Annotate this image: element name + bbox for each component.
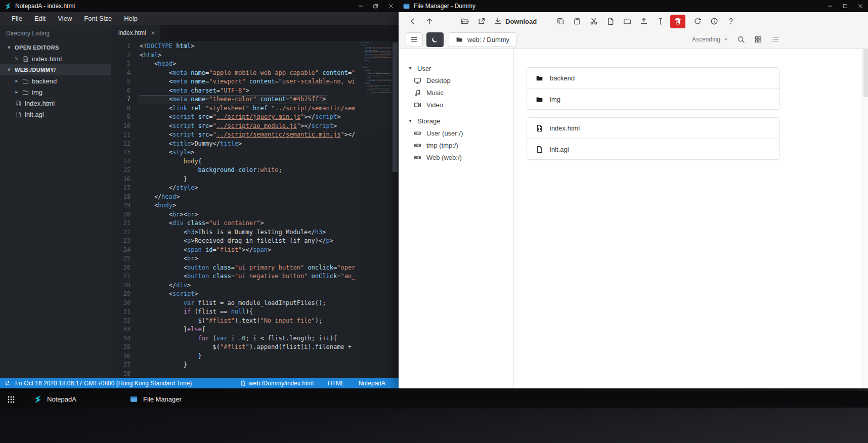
up-button[interactable] xyxy=(422,14,437,28)
code-line[interactable]: <span id="flist"></span> xyxy=(140,246,360,255)
code-line[interactable]: }else{ xyxy=(140,325,360,334)
maximize-button[interactable] xyxy=(838,0,853,12)
code-line[interactable]: <link rel="stylesheet" href="../script/s… xyxy=(140,104,360,113)
code-line[interactable]: background-color:white; xyxy=(140,166,360,175)
sidebar-item-user-user-[interactable]: User (user:/) xyxy=(399,127,513,139)
code-content[interactable]: <!DOCTYPE html><html> <head> <meta name=… xyxy=(140,42,360,378)
notepada-titlebar[interactable]: NotepadA - index.html xyxy=(0,0,399,12)
code-line[interactable]: <h3>This is a Dummy Testing Module</h3> xyxy=(140,228,360,237)
code-line[interactable]: <!DOCTYPE html> xyxy=(140,42,360,51)
refresh-button[interactable] xyxy=(690,14,705,28)
code-line[interactable]: body{ xyxy=(140,157,360,166)
code-line[interactable]: <button class="ui negative button" onCli… xyxy=(140,272,360,281)
download-button[interactable]: Download xyxy=(491,14,539,28)
sidebar-item-video[interactable]: Video xyxy=(399,99,513,111)
cut-button[interactable] xyxy=(587,14,601,28)
file-row-backend[interactable]: backend xyxy=(527,68,779,88)
sidebar-item-web-web-[interactable]: Web (web:/) xyxy=(399,151,513,163)
code-line[interactable]: <style> xyxy=(140,148,360,157)
code-line[interactable]: <button class="ui primary button" onclic… xyxy=(140,263,360,273)
tree-item-img[interactable]: ▸img xyxy=(0,86,111,98)
code-line[interactable]: </head> xyxy=(140,193,360,202)
code-line[interactable]: <meta name="theme-color" content="#4b75f… xyxy=(140,95,327,104)
code-line[interactable]: var flist = ao_module_loadInputFiles(); xyxy=(140,299,360,308)
close-editor-icon[interactable] xyxy=(14,56,19,61)
sidebar-section-user[interactable]: ▾User xyxy=(399,62,513,74)
menu-help[interactable]: Help xyxy=(118,13,143,24)
taskbar-item-file-manager[interactable]: File Manager xyxy=(123,391,214,408)
code-line[interactable]: <head> xyxy=(140,60,360,69)
code-line[interactable]: <p>Received drag-in filelist (if any)</p… xyxy=(140,237,360,246)
help-button[interactable] xyxy=(724,14,738,28)
minimize-button[interactable] xyxy=(353,0,368,12)
close-button[interactable] xyxy=(383,0,399,12)
open-button[interactable] xyxy=(458,14,472,28)
scrollbar-thumb[interactable] xyxy=(863,49,868,97)
code-line[interactable]: <script src="../script/jquery.min.js"></… xyxy=(140,113,360,122)
code-line[interactable]: <meta name="viewport" content="user-scal… xyxy=(140,77,360,86)
code-line[interactable]: <body> xyxy=(140,201,360,210)
statusbar-language[interactable]: HTML xyxy=(328,380,344,387)
sync-icon[interactable] xyxy=(4,380,11,386)
menu-edit[interactable]: Edit xyxy=(29,13,51,24)
sidebar-section-storage[interactable]: ▾Storage xyxy=(399,115,513,127)
tree-item-backend[interactable]: ▸backend xyxy=(0,75,111,86)
code-line[interactable]: </div> xyxy=(140,281,360,290)
close-button[interactable] xyxy=(853,0,868,12)
code-line[interactable]: <meta name="apple-mobile-web-app-capable… xyxy=(140,69,360,78)
code-line[interactable]: } xyxy=(140,352,360,361)
new-file-button[interactable] xyxy=(603,14,618,28)
breadcrumb[interactable]: web: / Dummy xyxy=(449,32,516,47)
rename-button[interactable] xyxy=(654,14,668,28)
sidebar-item-desktop[interactable]: Desktop xyxy=(399,74,513,86)
sort-dropdown[interactable]: Ascending xyxy=(692,36,728,43)
code-line[interactable]: $("#flist").append(flist[i].filename + xyxy=(140,343,360,352)
list-view-button[interactable] xyxy=(771,35,780,44)
upload-button[interactable] xyxy=(637,14,651,28)
menu-view[interactable]: View xyxy=(52,13,77,24)
new-folder-button[interactable] xyxy=(620,14,634,28)
menu-file[interactable]: File xyxy=(6,13,28,24)
code-line[interactable]: <div class="ui container"> xyxy=(140,219,360,228)
code-line[interactable]: if (flist == null){ xyxy=(140,307,360,317)
code-line[interactable]: </style> xyxy=(140,184,360,193)
minimap[interactable]: <!DOCTYPE html><html> <head> <meta name=… xyxy=(360,42,392,378)
back-button[interactable] xyxy=(406,14,420,28)
copy-button[interactable] xyxy=(553,14,568,28)
minimize-button[interactable] xyxy=(822,0,838,12)
workspace-header[interactable]: ▾ WEB:/DUMMY/ xyxy=(0,64,111,75)
open-editors-header[interactable]: ▾ OPEN EDITORS xyxy=(0,42,111,53)
open-in-new-button[interactable] xyxy=(474,14,489,28)
code-line[interactable]: <script src="../script/semantic/semantic… xyxy=(140,130,360,140)
grid-view-button[interactable] xyxy=(754,35,763,44)
delete-button[interactable] xyxy=(670,15,685,28)
code-line[interactable]: <br> xyxy=(140,254,360,263)
statusbar-filepath[interactable]: web:/Dummy/index.html xyxy=(240,380,314,387)
editor-scrollbar[interactable] xyxy=(392,41,399,378)
code-line[interactable]: <meta charset="UTF-8"> xyxy=(140,86,360,96)
code-area[interactable]: 1234567891011121314151617181920212223242… xyxy=(111,41,399,378)
menu-font-size[interactable]: Font Size xyxy=(78,13,117,24)
tab-index-html[interactable]: index.html xyxy=(111,25,160,41)
code-line[interactable]: <title>Dummy</title> xyxy=(140,140,360,149)
code-line[interactable]: } xyxy=(140,361,360,370)
code-line[interactable]: <br><br> xyxy=(140,210,360,219)
code-line[interactable]: $("#flist").text("No input file"); xyxy=(140,317,360,326)
file-row-init-agi[interactable]: init.agi xyxy=(527,139,779,159)
code-line[interactable]: for (var i =0; i < flist.length; i++){ xyxy=(140,334,360,343)
info-button[interactable] xyxy=(707,14,721,28)
file-row-index-html[interactable]: index.html xyxy=(527,118,779,139)
theme-toggle-button[interactable] xyxy=(426,32,444,47)
code-line[interactable] xyxy=(360,96,392,98)
sidebar-item-music[interactable]: Music xyxy=(399,86,513,99)
scrollbar-thumb[interactable] xyxy=(393,42,398,172)
menu-button[interactable] xyxy=(406,32,423,47)
restore-button[interactable] xyxy=(368,0,383,12)
open-editor-item[interactable]: index.html xyxy=(0,53,111,64)
file-row-img[interactable]: img xyxy=(527,88,779,109)
taskbar-item-notepada[interactable]: NotepadA xyxy=(27,391,118,408)
search-button[interactable] xyxy=(737,35,746,44)
code-line[interactable]: <html> xyxy=(140,51,360,60)
code-line[interactable]: } xyxy=(140,175,360,184)
tree-item-init-agi[interactable]: init.agi xyxy=(0,109,111,120)
